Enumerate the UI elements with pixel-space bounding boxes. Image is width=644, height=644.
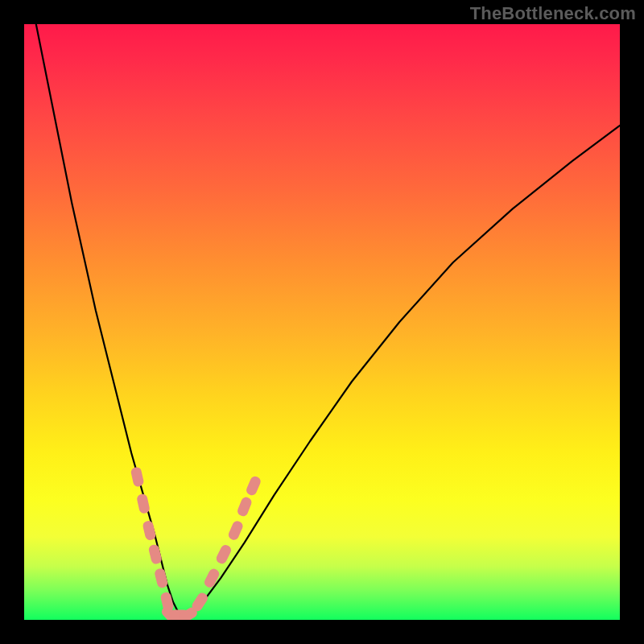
chart-stage: TheBottleneck.com <box>0 0 644 644</box>
lozenge-marker <box>148 543 163 564</box>
lozenge-marker <box>136 493 151 514</box>
watermark-text: TheBottleneck.com <box>470 3 636 24</box>
lozenge-marker <box>142 520 156 541</box>
chart-overlay <box>24 24 620 620</box>
lozenge-marker <box>154 568 168 588</box>
lozenge-marker <box>203 568 221 589</box>
lozenge-marker <box>130 466 145 487</box>
lozenge-marker <box>215 543 233 565</box>
lozenge-marker <box>245 475 262 497</box>
lozenge-marker <box>236 496 253 518</box>
lozenge-marker <box>227 519 245 541</box>
bottleneck-curve <box>36 24 620 620</box>
plot-area <box>24 24 620 620</box>
lozenge-marker-group <box>130 466 262 620</box>
